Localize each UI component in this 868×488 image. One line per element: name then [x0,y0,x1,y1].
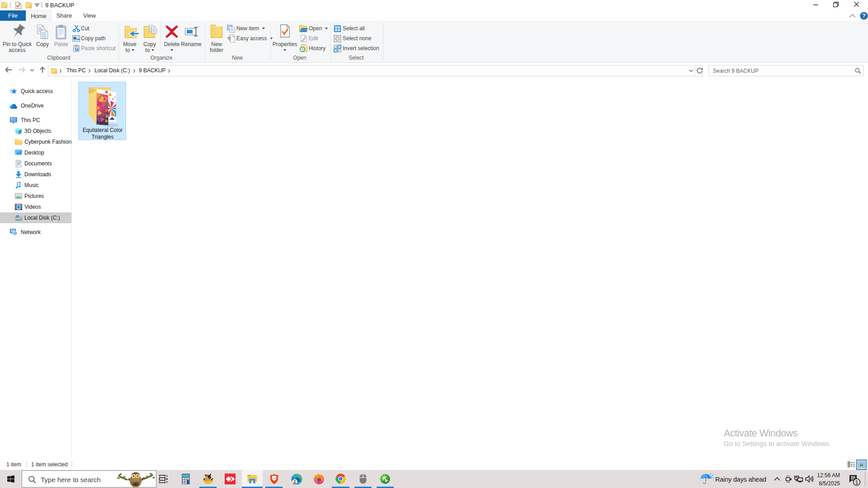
svg-text:?: ? [862,12,866,19]
svg-text:1: 1 [855,479,859,486]
